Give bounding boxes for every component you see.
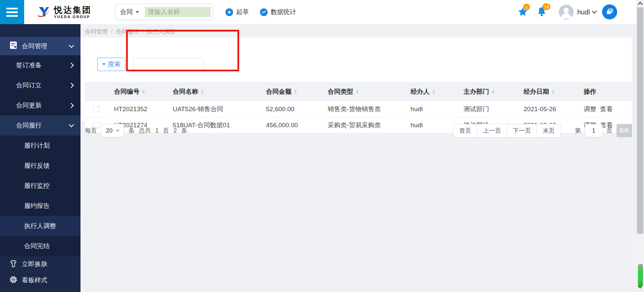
draft-button[interactable]: 起草: [225, 0, 249, 24]
prev-page-button[interactable]: 上一页: [477, 124, 507, 137]
chevron-right-icon: [70, 102, 74, 108]
username: hudl: [577, 8, 590, 16]
sidebar-item-contract-management[interactable]: 合同管理: [0, 37, 80, 55]
topbar: 悦达集团 YUEDA GROUP 合同 起草 数据统计 1: [0, 0, 644, 24]
search-toggle-button[interactable]: 搜索: [97, 58, 125, 71]
sidebar-item-label: 履行监控: [24, 181, 50, 190]
sidebar-item-change-skin[interactable]: 立即换肤: [0, 256, 80, 272]
header-contract-name[interactable]: 合同名称: [173, 87, 266, 96]
breadcrumb: 合同管理 / 合同履行 / 执行人调整: [85, 28, 175, 35]
topbar-divider: [555, 8, 555, 17]
breadcrumb-contract-performance[interactable]: 合同履行: [116, 28, 139, 35]
chevron-down-icon: [68, 44, 74, 49]
sidebar-spacer: [0, 24, 80, 37]
next-page-button[interactable]: 下一页: [507, 124, 537, 137]
sidebar-item-label: 履行反馈: [24, 161, 50, 170]
sidebar-item-signing-prep[interactable]: 签订准备: [0, 55, 80, 75]
layers-icon: [605, 8, 614, 16]
adjust-link[interactable]: 调整: [584, 105, 596, 114]
header-contract-type[interactable]: 合同类型: [328, 87, 411, 96]
green-indicator: [638, 264, 643, 287]
sidebar-item-label: 履约报告: [24, 202, 50, 210]
row-checkbox[interactable]: [93, 106, 100, 112]
sidebar-item-contract-performance[interactable]: 合同履行: [0, 116, 80, 136]
sidebar-item-label: 执行人调整: [24, 222, 56, 230]
per-page-suffix: 条: [128, 127, 135, 135]
contract-doc-icon: [9, 41, 18, 51]
plus-circle-icon: [225, 8, 233, 16]
gear-icon: [9, 275, 18, 286]
last-page-button[interactable]: 末页: [537, 124, 561, 137]
chevron-down-icon: [116, 129, 120, 132]
header-handle-date[interactable]: 经办日期: [524, 87, 584, 96]
sort-icon[interactable]: [432, 90, 435, 94]
header-contract-code[interactable]: 合同编号: [114, 87, 173, 96]
cell-contract-type: 销售类-货物销售类: [328, 105, 411, 114]
sidebar-item-executor-adjust[interactable]: 执行人调整: [0, 216, 80, 236]
total-prefix: 总共: [139, 127, 151, 135]
sort-icon[interactable]: [142, 90, 145, 94]
avatar[interactable]: [559, 5, 574, 19]
hamburger-menu-icon[interactable]: [0, 0, 24, 24]
sidebar-item-label: 看板样式: [22, 276, 47, 285]
per-page-select[interactable]: 20: [101, 124, 124, 137]
chevron-right-icon: [70, 62, 74, 68]
stats-button[interactable]: 数据统计: [260, 0, 296, 24]
row-checkbox-cell: [85, 106, 114, 112]
sidebar-item-label: 履行计划: [24, 141, 50, 150]
sidebar-item-performance-feedback[interactable]: 履行反馈: [0, 156, 80, 176]
global-search-box: 合同: [115, 4, 213, 20]
sidebar-item-contract-finish[interactable]: 合同完结: [0, 236, 80, 256]
sidebar-item-label: 签订准备: [16, 61, 42, 70]
view-link[interactable]: 查看: [600, 105, 613, 114]
stats-label: 数据统计: [271, 8, 296, 16]
sort-icon[interactable]: [552, 90, 554, 94]
sidebar-item-label: 合同订立: [16, 81, 42, 90]
breadcrumb-contract-management[interactable]: 合同管理: [85, 28, 108, 35]
sidebar-item-label: 合同更新: [16, 101, 42, 110]
workspace-button[interactable]: [602, 4, 617, 19]
filter-input[interactable]: [133, 58, 204, 70]
breadcrumb-current-page: 执行人调整: [147, 28, 175, 35]
sidebar-item-performance-report[interactable]: 履约报告: [0, 196, 80, 216]
sidebar-item-performance-monitor[interactable]: 履行监控: [0, 176, 80, 196]
go-button[interactable]: GO: [616, 124, 632, 137]
cell-handler: hudl: [411, 105, 464, 113]
favorites-button[interactable]: 1: [518, 7, 528, 18]
first-page-button[interactable]: 首页: [453, 124, 477, 137]
global-search-input[interactable]: [145, 7, 211, 17]
user-menu[interactable]: hudl: [577, 0, 597, 24]
sidebar-item-contract-creation[interactable]: 合同订立: [0, 75, 80, 95]
sidebar-item-contract-update[interactable]: 合同更新: [0, 95, 80, 116]
sort-icon[interactable]: [201, 90, 204, 94]
header-handler[interactable]: 经办人: [411, 87, 464, 96]
header-contract-amount[interactable]: 合同金额: [266, 87, 328, 96]
cell-contract-code: HT2021352: [114, 105, 173, 113]
caret-down-icon: [102, 63, 106, 65]
scrollbar-up-button[interactable]: [637, 1, 643, 7]
app-screen: 悦达集团 YUEDA GROUP 合同 起草 数据统计 1: [0, 0, 644, 292]
chart-circle-icon: [260, 8, 268, 16]
sort-icon[interactable]: [356, 90, 359, 94]
records-unit: 条: [181, 127, 187, 135]
cell-actions: 调整 查看: [584, 105, 632, 114]
pagination: 每页 20 条 总共 1 页 2 条 首页 上一页 下一页 末页: [85, 124, 632, 137]
person-icon: [559, 5, 574, 19]
page-button-group: 首页 上一页 下一页 末页: [453, 124, 561, 137]
total-records: 2: [173, 127, 177, 134]
notifications-button[interactable]: 19: [537, 6, 547, 19]
jump-suffix: 页: [606, 127, 612, 135]
breadcrumb-separator: /: [111, 28, 113, 35]
sidebar-item-performance-plan[interactable]: 履行计划: [0, 136, 80, 156]
pages-unit: 页: [163, 127, 169, 135]
page-jump: 第 页 GO: [575, 124, 632, 137]
header-department[interactable]: 主办部门: [464, 87, 524, 96]
sort-icon[interactable]: [492, 90, 494, 94]
search-category-dropdown[interactable]: 合同: [120, 4, 139, 20]
sidebar-item-board-style[interactable]: 看板样式: [0, 272, 80, 288]
sort-icon[interactable]: [294, 90, 297, 94]
jump-page-input[interactable]: [585, 124, 602, 137]
favorites-badge: 1: [523, 4, 530, 10]
logo-en-text: YUEDA GROUP: [54, 15, 92, 19]
scrollbar-thumb[interactable]: [637, 7, 643, 234]
